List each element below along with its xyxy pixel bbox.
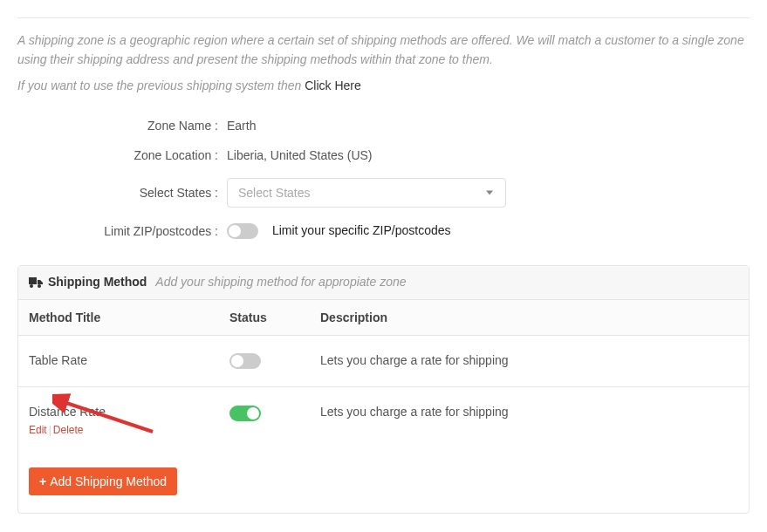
intro-prefix: If you want to use the previous shipping… [17, 78, 305, 92]
separator: | [49, 424, 51, 436]
method-description: Lets you charge a rate for shipping [299, 405, 738, 419]
zone-name-value: Earth [227, 119, 750, 133]
shipping-method-title: Shipping Method [48, 275, 147, 289]
table-row: Distance RateEdit|DeleteLets you charge … [18, 387, 749, 454]
intro-secondary: If you want to use the previous shipping… [17, 78, 750, 92]
select-states-label: Select States : [17, 186, 227, 200]
status-toggle[interactable] [229, 406, 261, 421]
method-title: Distance Rate [29, 405, 229, 419]
add-shipping-method-label: Add Shipping Method [50, 474, 167, 488]
status-toggle[interactable] [229, 353, 261, 369]
shipping-method-subtitle: Add your shipping method for appropiate … [155, 275, 406, 289]
table-row: Table RateLets you charge a rate for shi… [18, 336, 749, 387]
method-description: Lets you charge a rate for shipping [299, 353, 738, 367]
truck-icon [29, 276, 43, 290]
select-states-placeholder: Select States [238, 186, 311, 200]
column-header-description: Description [299, 310, 738, 324]
limit-zip-toggle[interactable] [227, 223, 258, 239]
select-states-dropdown[interactable]: Select States [227, 178, 506, 208]
add-shipping-method-button[interactable]: + Add Shipping Method [29, 467, 177, 495]
column-header-title: Method Title [29, 310, 229, 324]
zone-location-value: Liberia, United States (US) [227, 148, 750, 162]
zone-name-label: Zone Name : [17, 119, 227, 133]
limit-zip-label: Limit ZIP/postcodes : [17, 224, 227, 238]
click-here-link[interactable]: Click Here [305, 78, 361, 92]
zone-location-label: Zone Location : [17, 148, 227, 162]
column-header-status: Status [229, 310, 299, 324]
method-title: Table Rate [29, 353, 229, 367]
edit-link[interactable]: Edit [29, 424, 47, 436]
delete-link[interactable]: Delete [53, 424, 84, 436]
chevron-down-icon [486, 190, 493, 194]
plus-icon: + [39, 474, 46, 488]
row-actions: Edit|Delete [29, 424, 229, 436]
limit-zip-text: Limit your specific ZIP/postcodes [272, 223, 451, 237]
shipping-method-card: Shipping Method Add your shipping method… [17, 265, 750, 514]
intro-paragraph: A shipping zone is a geographic region w… [17, 31, 750, 70]
